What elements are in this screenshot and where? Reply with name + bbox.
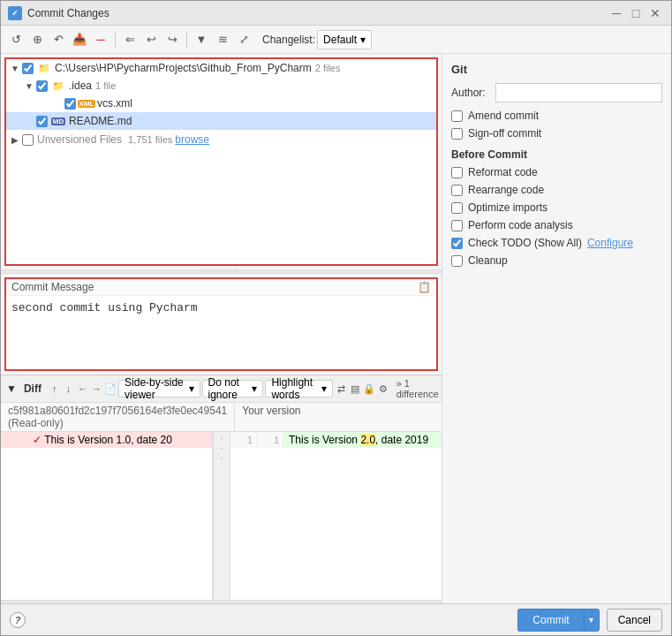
signoff-checkbox[interactable] [451,128,463,140]
tree-check-root[interactable] [22,63,34,74]
app-icon: ✓ [8,6,22,20]
todo-checkbox[interactable] [451,238,463,249]
diff-sync-button[interactable]: ⇄ [335,380,347,398]
rearrange-label: Rearrange code [468,184,544,196]
bottom-left: ? [10,612,26,628]
tree-check-readme[interactable] [36,116,48,127]
tree-item-vcs[interactable]: XML vcs.xml [6,95,436,112]
tree-arrow-unversioned: ▶ [10,134,20,145]
diff-view-button[interactable]: ▤ [349,380,361,398]
rollback-button[interactable]: ↶ [49,30,68,49]
maximize-button[interactable]: □ [627,4,645,22]
copy-icon[interactable]: 📋 [418,281,431,293]
cleanup-label: Cleanup [468,254,508,267]
reformat-row[interactable]: Reformat code [451,166,662,178]
viewer-dropdown[interactable]: Side-by-side viewer ▾ [118,380,200,398]
cleanup-row[interactable]: Cleanup [451,254,662,267]
viewer-label: Side-by-side viewer [125,376,185,401]
move-button[interactable]: 📥 [70,30,89,49]
remove-button[interactable]: ─ [91,30,110,49]
tree-unversioned-count: 1,751 files [125,134,175,145]
commit-message-input[interactable] [6,296,436,367]
redo-button[interactable]: ↪ [162,30,182,49]
git-signoff-row[interactable]: Sign-off commit [451,127,662,140]
folder-icon-idea: 📁 [51,79,65,93]
highlight-dropdown[interactable]: Highlight words ▾ [265,380,333,398]
diff-left-info: c5f981a80601fd2c197f7056164ef3fe0ec49541… [1,403,235,431]
diff-gear-button[interactable]: ⚙ [377,380,389,398]
resize-handle[interactable]: · · · · · · [1,269,442,274]
tree-item-unversioned[interactable]: ▶ Unversioned Files 1,751 files browse [6,132,436,148]
analyze-row[interactable]: Perform code analysis [451,219,662,231]
git-author-input[interactable] [495,83,662,102]
highlight-label: Highlight words [271,376,319,401]
tree-item-readme[interactable]: MD README.md [6,112,436,130]
diff-lock-button[interactable]: 🔒 [363,380,375,398]
bottom-bar: ? Commit ▾ Cancel [1,603,671,635]
diff-right-pane[interactable]: 11This is Version 2.0, date 2019 [230,432,442,600]
diff-next-button[interactable]: ↓ [63,380,75,398]
git-amend-row[interactable]: Amend commit [451,110,662,122]
sort-button[interactable]: ≋ [213,30,232,49]
main-window: ✓ Commit Changes ─ □ ✕ ↺ ⊕ ↶ 📥 ─ ⇐ ↩ ↪ ▼… [0,0,672,636]
todo-row[interactable]: Check TODO (Show All) Configure [451,237,662,249]
commit-dropdown-button[interactable]: ▾ [584,609,600,632]
help-button[interactable]: ? [10,612,26,628]
title-bar: ✓ Commit Changes ─ □ ✕ [1,1,671,26]
right-panel: Git Author: Amend commit Sign-off commit… [442,54,671,603]
undo-button[interactable]: ↩ [141,30,161,49]
commit-button[interactable]: Commit [517,609,583,632]
rearrange-row[interactable]: Rearrange code [451,184,662,196]
diff-left-button[interactable]: ← [76,380,88,398]
configure-link[interactable]: Configure [587,237,633,249]
expand-arrow-idea-icon: ▼ [24,80,34,91]
diff-count-label: » 1 difference [396,378,439,399]
diff-right-button[interactable]: → [90,380,102,398]
tree-check-idea[interactable] [36,80,48,92]
rearrange-checkbox[interactable] [451,185,463,196]
tree-check-unversioned[interactable] [22,134,34,146]
close-button[interactable]: ✕ [646,4,664,22]
git-author-label: Author: [451,87,495,99]
resize-dots-icon: · · · · · · [206,268,237,276]
diff-title-label: Diff [24,382,42,395]
diff-right-line-1: 11This is Version 2.0, date 2019 [230,432,442,448]
add-button[interactable]: ⊕ [27,30,47,49]
diff-left-pane[interactable]: ✓ This is Version 1.0, date 20 [1,432,213,600]
tree-item-idea[interactable]: ▼ 📁 .idea 1 file [6,77,436,95]
tree-arrow-vcs [52,98,63,109]
commit-message-section: Commit Message 📋 [4,277,438,371]
expand-button[interactable]: ⤢ [234,30,253,49]
changelist-arrow-icon: ▾ [360,34,366,46]
refresh-button[interactable]: ↺ [6,30,26,49]
viewer-arrow-icon: ▾ [189,382,194,395]
changelist-select[interactable]: Default ▾ [317,30,372,49]
tree-check-vcs[interactable] [64,98,76,110]
tree-vcs-text: vcs.xml [97,97,132,110]
changelist-value: Default [323,34,357,46]
commit-message-label: Commit Message [11,281,94,293]
diff-content: ✓ This is Version 1.0, date 20 ··· 11Thi… [1,432,442,600]
diff-right-content: This is Version 2.0, date 2019 [283,432,442,448]
tree-item-root[interactable]: ▼ 📁 C:\Users\HP\PycharmProjects\Github_F… [6,59,436,77]
diff-settings-button[interactable]: 📄 [104,380,117,398]
filter-button[interactable]: ▼ [192,30,211,49]
changelist-label: Changelist: [262,34,315,46]
prev-button[interactable]: ⇐ [120,30,140,49]
minimize-button[interactable]: ─ [608,4,625,22]
optimize-row[interactable]: Optimize imports [451,201,662,214]
diff-prev-button[interactable]: ↑ [49,380,61,398]
cleanup-checkbox[interactable] [451,255,463,267]
optimize-checkbox[interactable] [451,202,463,214]
amend-checkbox[interactable] [451,110,463,122]
main-toolbar: ↺ ⊕ ↶ 📥 ─ ⇐ ↩ ↪ ▼ ≋ ⤢ Changelist: Defaul… [1,26,671,54]
analyze-checkbox[interactable] [451,220,463,231]
browse-link[interactable]: browse [175,133,209,146]
ignore-dropdown[interactable]: Do not ignore ▾ [202,380,264,398]
cancel-button[interactable]: Cancel [607,609,662,632]
diff-collapse-icon[interactable]: ▼ [6,382,17,395]
diff-header: ▼ Diff ↑ ↓ ← → 📄 Side-by-side viewer ▾ [1,375,442,403]
reformat-checkbox[interactable] [451,167,463,178]
folder-icon: 📁 [37,61,51,75]
amend-label: Amend commit [468,110,539,122]
